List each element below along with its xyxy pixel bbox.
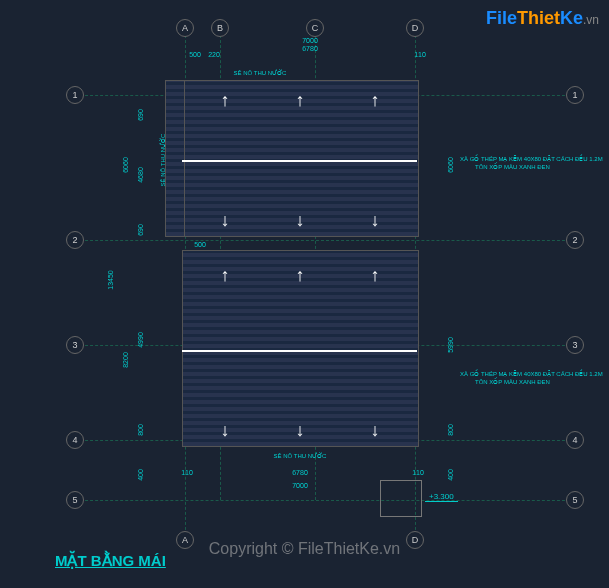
bubble-b-top: B <box>211 19 229 37</box>
watermark-logo: FileThietKe.vn <box>486 8 599 29</box>
bubble-2-l: 2 <box>66 231 84 249</box>
logo-vn: .vn <box>583 13 599 27</box>
dim-bot-3: 110 <box>412 469 424 476</box>
bubble-4-r: 4 <box>566 431 584 449</box>
dim-right-4: 400 <box>447 469 454 481</box>
dim-bot-total: 7000 <box>292 482 308 489</box>
slope-arrow: ↑ <box>296 265 305 286</box>
elevation-marker: +3.300 <box>425 492 458 502</box>
note-1-line2: TÔN XỐP MÀU XANH ĐEN <box>475 163 550 170</box>
dim-bot-2: 6780 <box>292 469 308 476</box>
dim-top-total: 7000 <box>302 37 318 44</box>
drawing-canvas: FileThietKe.vn A B C D A D 1 2 3 4 5 1 2… <box>0 0 609 588</box>
note-2-line1: XÀ GỒ THÉP MẠ KẼM 40X80 ĐẶT CÁCH ĐỀU 1.2… <box>460 370 603 377</box>
dim-left-3: 690 <box>137 224 144 236</box>
slope-arrow: ↓ <box>296 420 305 441</box>
dim-left-total: 13450 <box>107 270 114 289</box>
dim-right-2: 5990 <box>447 337 454 353</box>
bubble-d-bot: D <box>406 531 424 549</box>
logo-ke: Ke <box>560 8 583 28</box>
dim-left-6: 400 <box>137 469 144 481</box>
slope-arrow: ↑ <box>221 90 230 111</box>
note-2-line2: TÔN XỐP MÀU XANH ĐEN <box>475 378 550 385</box>
dim-top-3: 6780 <box>302 45 318 52</box>
slope-arrow: ↑ <box>371 90 380 111</box>
dim-left-1: 690 <box>137 109 144 121</box>
dim-left-seg2: 8200 <box>122 352 129 368</box>
bubble-d-top: D <box>406 19 424 37</box>
slope-arrow: ↑ <box>371 265 380 286</box>
dim-right-1: 6060 <box>447 157 454 173</box>
ridge-upper <box>182 160 417 162</box>
slope-arrow: ↓ <box>221 210 230 231</box>
dim-right-3: 800 <box>447 424 454 436</box>
note-1-line1: XÀ GỒ THÉP MẠ KẼM 40X80 ĐẶT CÁCH ĐỀU 1.2… <box>460 155 603 162</box>
dim-left-seg1: 6060 <box>122 157 129 173</box>
bubble-3-r: 3 <box>566 336 584 354</box>
dim-left-2: 4680 <box>137 167 144 183</box>
slope-arrow: ↓ <box>371 210 380 231</box>
dim-top-2: 220 <box>208 51 220 58</box>
bubble-a-top: A <box>176 19 194 37</box>
bubble-2-r: 2 <box>566 231 584 249</box>
bubble-5-r: 5 <box>566 491 584 509</box>
slope-arrow: ↓ <box>221 420 230 441</box>
bubble-c-top: C <box>306 19 324 37</box>
bubble-5-l: 5 <box>66 491 84 509</box>
dim-bot-1: 110 <box>181 469 193 476</box>
slope-arrow: ↑ <box>221 265 230 286</box>
logo-thiet: Thiet <box>517 8 560 28</box>
dim-left-4: 4990 <box>137 332 144 348</box>
dim-mid: 500 <box>194 241 206 248</box>
gutter-left: SÊ NÔ THU NƯỚC <box>159 134 166 187</box>
dim-top-4: 110 <box>414 51 426 58</box>
roof-notch <box>165 80 185 237</box>
gutter-bot: SÊ NÔ THU NƯỚC <box>274 452 327 459</box>
gutter-top: SÊ NÔ THU NƯỚC <box>234 69 287 76</box>
dim-left-5: 800 <box>137 424 144 436</box>
drawing-title: MẶT BẰNG MÁI <box>55 552 166 570</box>
hatch-notch <box>166 81 184 236</box>
slope-arrow: ↓ <box>371 420 380 441</box>
slope-arrow: ↓ <box>296 210 305 231</box>
ridge-lower <box>182 350 417 352</box>
copyright-text: Copyright © FileThietKe.vn <box>209 540 400 558</box>
slope-arrow: ↑ <box>296 90 305 111</box>
bubble-3-l: 3 <box>66 336 84 354</box>
grid-line-2 <box>75 240 575 241</box>
bubble-a-bot: A <box>176 531 194 549</box>
grid-line-5 <box>75 500 575 501</box>
logo-file: File <box>486 8 517 28</box>
bubble-1-r: 1 <box>566 86 584 104</box>
dim-top-1: 500 <box>189 51 201 58</box>
bubble-1-l: 1 <box>66 86 84 104</box>
bubble-4-l: 4 <box>66 431 84 449</box>
balcony-wall <box>380 480 422 517</box>
